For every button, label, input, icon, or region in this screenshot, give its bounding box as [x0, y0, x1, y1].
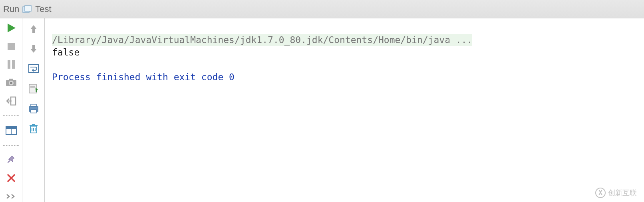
svg-rect-3	[8, 43, 15, 50]
svg-rect-20	[31, 110, 36, 113]
watermark: X 创新互联	[595, 186, 637, 199]
layout-button[interactable]	[5, 125, 18, 136]
console-command-line: /Library/Java/JavaVirtualMachines/jdk1.7…	[52, 34, 472, 46]
run-toolbar-secondary	[22, 18, 45, 202]
svg-rect-15	[29, 84, 36, 93]
more-button[interactable]	[5, 191, 18, 202]
soft-wrap-button[interactable]	[27, 62, 40, 75]
scroll-down-button[interactable]	[27, 42, 40, 55]
scroll-to-end-button[interactable]	[27, 82, 40, 95]
run-config-icon	[22, 5, 32, 13]
exit-button[interactable]	[5, 95, 18, 107]
close-button[interactable]	[5, 172, 18, 184]
svg-rect-18	[31, 104, 36, 107]
svg-rect-26	[32, 124, 35, 125]
pin-button[interactable]	[5, 154, 18, 166]
clear-all-button[interactable]	[27, 122, 40, 135]
svg-rect-1	[25, 6, 31, 11]
watermark-icon: X	[595, 188, 606, 198]
svg-rect-12	[6, 127, 16, 129]
run-panel-header: Run Test	[0, 0, 644, 18]
stop-button[interactable]	[5, 41, 18, 52]
run-toolbar-primary	[0, 18, 22, 202]
run-config-name: Test	[35, 4, 51, 14]
console-output[interactable]: /Library/Java/JavaVirtualMachines/jdk1.7…	[45, 18, 644, 202]
svg-marker-2	[8, 24, 16, 32]
pause-button[interactable]	[5, 59, 18, 70]
console-exit-line: Process finished with exit code 0	[52, 72, 235, 82]
scroll-up-button[interactable]	[27, 22, 40, 35]
watermark-text: 创新互联	[608, 186, 637, 199]
toolbar-separator	[3, 145, 19, 146]
console-output-line: false	[52, 47, 80, 57]
svg-rect-25	[30, 125, 38, 126]
panel-title: Run	[3, 4, 19, 14]
print-button[interactable]	[27, 102, 40, 115]
svg-point-8	[10, 82, 12, 84]
toolbar-separator	[3, 115, 19, 116]
svg-rect-5	[12, 60, 15, 69]
svg-rect-4	[8, 60, 10, 69]
run-button[interactable]	[5, 22, 18, 34]
dump-threads-button[interactable]	[5, 77, 18, 88]
svg-rect-9	[9, 79, 13, 80]
